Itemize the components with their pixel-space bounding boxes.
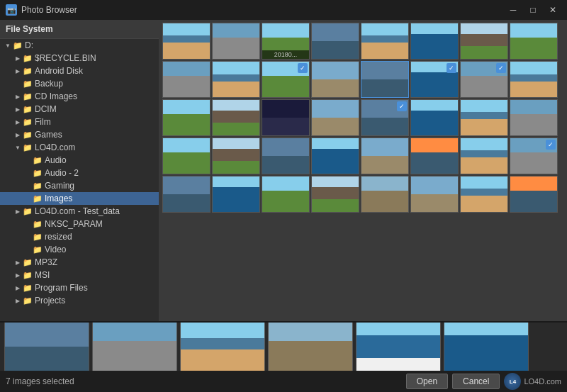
strip-thumb[interactable] — [4, 323, 89, 371]
open-button[interactable]: Open — [406, 374, 448, 389]
tree-item-film[interactable]: ▶📁Film — [0, 116, 159, 128]
strip-thumb[interactable] — [92, 323, 177, 371]
thumb-image — [411, 138, 458, 174]
thumb-image — [461, 100, 507, 135]
thumb-cell[interactable] — [212, 23, 260, 60]
thumb-cell[interactable] — [212, 99, 260, 136]
thumb-cell[interactable]: 20180... — [262, 23, 310, 60]
thumb-cell[interactable] — [311, 23, 359, 60]
thumb-cell[interactable] — [311, 99, 359, 136]
tree-item-video[interactable]: 📁Video — [0, 243, 159, 256]
close-button[interactable]: ✕ — [544, 4, 561, 16]
thumb-image — [213, 100, 259, 135]
tree-item-recycle[interactable]: ▶📁$RECYCLE.BIN — [0, 52, 159, 65]
tree-item-images[interactable]: 📁Images — [0, 192, 159, 205]
tree-label-nksc: NKSC_PARAM — [45, 219, 103, 229]
thumb-cell[interactable]: ✓ — [361, 99, 409, 136]
tree-item-dcim[interactable]: ▶📁DCIM — [0, 103, 159, 116]
thumb-cell[interactable] — [311, 61, 359, 98]
strip-thumb[interactable] — [444, 323, 529, 371]
thumb-cell[interactable] — [510, 23, 558, 60]
thumb-cell[interactable] — [212, 176, 260, 213]
thumb-cell[interactable] — [361, 138, 409, 174]
strip-thumb[interactable] — [268, 323, 353, 371]
thumb-cell[interactable]: ✓ — [510, 138, 558, 174]
thumb-cell[interactable] — [410, 99, 459, 136]
folder-icon-audio: 📁 — [33, 155, 43, 165]
tree-label-lo4d: LO4D.com — [35, 142, 75, 152]
tree-arrow-gaming — [23, 181, 33, 191]
tree-label-lo4d-test: LO4D.com - Test_data — [35, 206, 120, 216]
tree-item-lo4d-test[interactable]: ▶📁LO4D.com - Test_data — [0, 205, 159, 218]
thumb-cell[interactable]: ✓ — [460, 61, 508, 98]
strip-thumb[interactable] — [180, 323, 265, 371]
thumb-cell[interactable] — [460, 138, 508, 174]
tree-item-gaming[interactable]: 📁Gaming — [0, 179, 159, 192]
tree-item-cd-images[interactable]: ▶📁CD Images — [0, 90, 159, 103]
thumb-cell[interactable]: ✓ — [410, 61, 459, 98]
folder-icon-backup: 📁 — [23, 79, 33, 89]
tree-item-audio2[interactable]: 📁Audio - 2 — [0, 167, 159, 179]
tree-item-drive-d[interactable]: ▼📁D: — [0, 39, 159, 52]
thumb-image — [262, 100, 309, 135]
tree-item-mp3z[interactable]: ▶📁MP3Z — [0, 256, 159, 269]
thumb-cell[interactable] — [361, 61, 409, 98]
thumb-cell[interactable] — [212, 61, 260, 98]
folder-icon-program-files: 📁 — [23, 283, 33, 293]
thumb-image — [361, 62, 408, 97]
minimize-button[interactable]: ─ — [505, 4, 522, 16]
thumb-cell[interactable] — [162, 138, 210, 174]
thumb-cell[interactable] — [460, 99, 508, 136]
strip-thumb-image — [444, 323, 528, 371]
tree-item-games[interactable]: ▶📁Games — [0, 128, 159, 141]
thumb-cell[interactable] — [410, 138, 459, 174]
thumb-cell[interactable] — [262, 99, 310, 136]
thumb-cell[interactable] — [162, 176, 210, 213]
tree-item-program-files[interactable]: ▶📁Program Files — [0, 281, 159, 294]
thumb-cell[interactable] — [162, 23, 210, 60]
thumb-cell[interactable] — [460, 23, 508, 60]
tree-arrow-lo4d: ▼ — [13, 142, 23, 152]
selected-images-strip — [0, 323, 567, 371]
thumb-cell[interactable] — [361, 176, 409, 213]
tree-arrow-mp3z: ▶ — [13, 257, 23, 267]
action-buttons: Open Cancel L4 LO4D.com — [406, 373, 561, 390]
tree-arrow-video — [23, 245, 33, 254]
tree-item-lo4d[interactable]: ▼📁LO4D.com — [0, 141, 159, 154]
maximize-button[interactable]: □ — [524, 4, 541, 16]
thumb-cell[interactable] — [410, 23, 459, 60]
thumb-image — [461, 23, 507, 59]
cancel-button[interactable]: Cancel — [452, 374, 500, 389]
tree-item-android[interactable]: ▶📁Android Disk — [0, 65, 159, 77]
thumb-cell[interactable] — [262, 138, 310, 174]
thumb-cell[interactable] — [460, 176, 508, 213]
tree-item-resized[interactable]: 📁resized — [0, 230, 159, 243]
right-panel: 20180...✓✓✓✓✓ — [159, 20, 567, 321]
thumb-cell[interactable] — [162, 99, 210, 136]
thumb-cell[interactable] — [410, 176, 459, 213]
tree-item-audio[interactable]: 📁Audio — [0, 154, 159, 167]
tree-arrow-dcim: ▶ — [13, 104, 23, 114]
folder-icon-mp3z: 📁 — [23, 257, 33, 267]
thumb-cell[interactable] — [361, 23, 409, 60]
folder-icon-projects: 📁 — [23, 296, 33, 306]
thumb-cell[interactable] — [311, 176, 359, 213]
tree-item-msi[interactable]: ▶📁MSI — [0, 269, 159, 281]
title-bar: 📷 Photo Browser ─ □ ✕ — [0, 0, 567, 20]
tree-label-dcim: DCIM — [35, 104, 57, 114]
tree-arrow-drive-d: ▼ — [3, 40, 13, 50]
thumb-cell[interactable] — [510, 99, 558, 136]
tree-item-backup[interactable]: 📁Backup — [0, 77, 159, 90]
tree-label-backup: Backup — [35, 79, 63, 89]
thumb-cell[interactable] — [212, 138, 260, 174]
main-content: File System ▼📁D:▶📁$RECYCLE.BIN▶📁Android … — [0, 20, 567, 321]
strip-thumb[interactable] — [356, 323, 441, 371]
tree-item-projects[interactable]: ▶📁Projects — [0, 294, 159, 307]
thumb-cell[interactable]: ✓ — [262, 61, 310, 98]
thumb-cell[interactable] — [510, 176, 558, 213]
thumb-cell[interactable] — [311, 138, 359, 174]
tree-item-nksc[interactable]: 📁NKSC_PARAM — [0, 218, 159, 230]
thumb-cell[interactable] — [262, 176, 310, 213]
thumb-cell[interactable] — [510, 61, 558, 98]
thumb-cell[interactable] — [162, 61, 210, 98]
